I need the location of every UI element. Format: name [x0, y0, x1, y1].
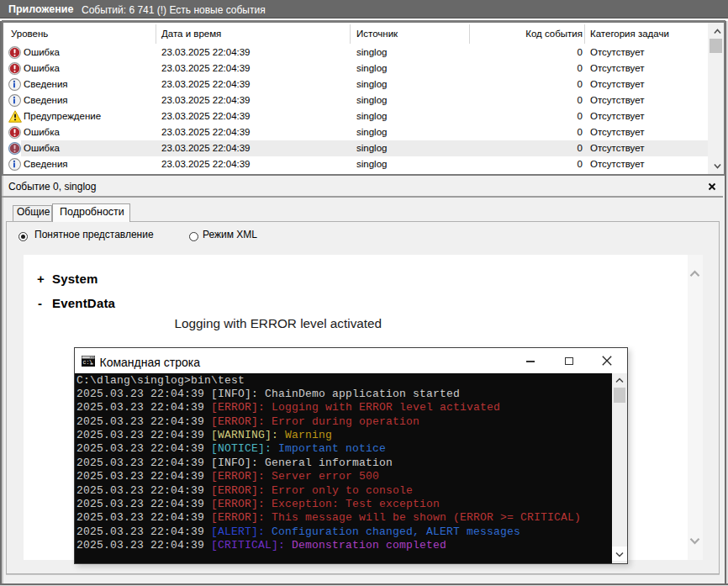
svg-text:c:\: c:\ [83, 360, 93, 366]
